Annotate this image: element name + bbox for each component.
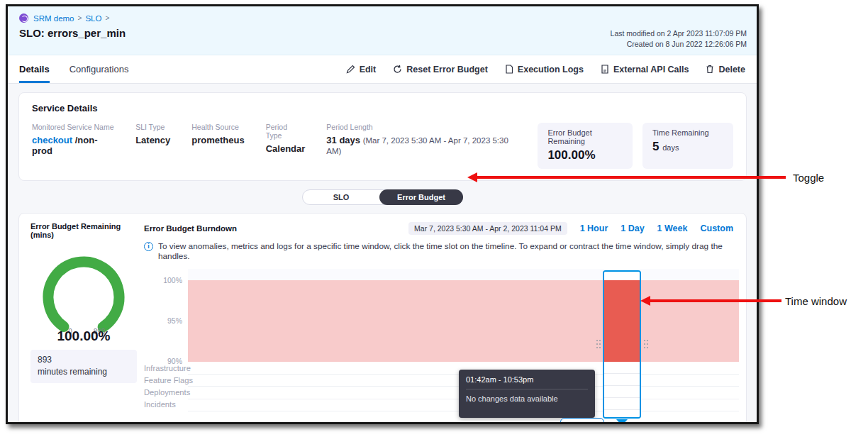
breadcrumb: SRM demo > SLO > xyxy=(19,13,745,23)
gauge-title: Error Budget Remaining (mins) xyxy=(30,222,138,239)
left-drag-handle[interactable] xyxy=(596,339,601,352)
toggle-option-slo[interactable]: SLO xyxy=(303,193,379,201)
timeline-tick[interactable]: Mar 9, 5:30 AM xyxy=(204,423,244,424)
external-api-calls-button[interactable]: External API Calls xyxy=(601,65,689,74)
stat-unit: days xyxy=(662,143,679,152)
view-toggle-row: SLO Error Budget xyxy=(18,181,747,213)
tooltip-time-range: 01:42am - 10:53pm xyxy=(466,375,588,389)
lane-label-infrastructure: Infrastructure xyxy=(144,364,191,372)
toggle-annotation: Toggle xyxy=(793,172,824,184)
created-text: Created on 8 Jun 2022 12:26:06 PM xyxy=(611,39,747,50)
changes-tooltip: 01:42am - 10:53pm No changes data availa… xyxy=(459,370,595,418)
field-label: Period Type xyxy=(266,123,306,140)
timeline-tick[interactable]: Mar 21, 5:30 AM xyxy=(466,423,506,424)
time-range-chip[interactable]: Mar 7, 2023 5:30 AM - Apr 2, 2023 11:04 … xyxy=(408,222,567,235)
last-modified-text: Last modified on 2 Apr 2023 11:07:09 PM xyxy=(611,28,747,39)
field-value: Calendar xyxy=(266,143,306,154)
error-budget-remaining-stat: Error Budget Remaining 100.00% xyxy=(538,123,633,169)
error-budget-gauge: 0 893 100.00% xyxy=(30,248,137,344)
stat-label: Error Budget Remaining xyxy=(547,128,623,145)
selection-lanes xyxy=(604,362,640,417)
execution-logs-label: Execution Logs xyxy=(518,65,584,74)
timeline-tick[interactable]: Mar 17, 5:30 AM xyxy=(379,423,418,424)
timeline-tick[interactable]: Mar 13, 5:30 AM xyxy=(291,423,331,424)
page-body: Service Details Monitored Service Name c… xyxy=(8,84,757,424)
service-details-card: Service Details Monitored Service Name c… xyxy=(18,92,747,181)
gauge-percent: 100.00% xyxy=(30,328,137,344)
stat-label: Time Remaining xyxy=(652,128,723,137)
timeline-tick[interactable]: Mar 11, 5:30 AM xyxy=(248,423,288,424)
stat-value: 100.00% xyxy=(547,148,623,162)
selection-top-gap xyxy=(604,272,640,280)
breadcrumb-separator: > xyxy=(78,14,82,22)
toggle-option-error-budget[interactable]: Error Budget xyxy=(379,189,463,205)
service-details-title: Service Details xyxy=(32,103,733,114)
error-budget-card: Error Budget Remaining (mins) 0 893 100.… xyxy=(18,213,747,424)
ytick-100: 100% xyxy=(144,276,182,284)
time-window-selection[interactable] xyxy=(603,270,641,419)
field-value: prometheus xyxy=(191,135,244,145)
field-label: Health Source xyxy=(191,123,244,131)
timeline-tick[interactable]: Mar 29, 5:30 AM xyxy=(640,423,679,424)
info-icon: i xyxy=(144,242,153,251)
page-header: SRM demo > SLO > SLO: errors_per_min Las… xyxy=(8,6,757,55)
lane-label-incidents: Incidents xyxy=(144,400,176,409)
time-window-callout-arrow xyxy=(650,299,781,302)
toggle-callout-arrow xyxy=(477,176,786,179)
monitored-service-link[interactable]: checkout xyxy=(32,135,72,145)
breadcrumb-separator: > xyxy=(105,14,109,22)
field-sli-type: SLI Type Latency xyxy=(135,123,170,145)
timeline-tick[interactable]: Mar 25, 5:30 AM xyxy=(553,423,593,424)
field-label: SLI Type xyxy=(135,123,170,131)
edit-button[interactable]: Edit xyxy=(346,65,377,74)
gauge-column: Error Budget Remaining (mins) 0 893 100.… xyxy=(30,222,138,424)
srm-module-icon xyxy=(19,13,28,23)
timeline-tick[interactable]: Mar 27, 5:30 AM xyxy=(596,423,636,424)
preset-1-hour[interactable]: 1 Hour xyxy=(580,223,608,233)
reset-error-budget-button[interactable]: Reset Error Budget xyxy=(393,65,488,74)
delete-button[interactable]: Delete xyxy=(706,65,745,74)
time-remaining-stat: Time Remaining 5 days xyxy=(642,123,733,169)
tab-configurations[interactable]: Configurations xyxy=(69,55,129,83)
selection-pointer xyxy=(616,419,628,424)
preset-custom[interactable]: Custom xyxy=(700,223,733,233)
timeline-tick[interactable]: Mar 15, 5:30 AM xyxy=(335,423,375,424)
period-length-value: 31 days xyxy=(326,135,360,145)
delete-label: Delete xyxy=(718,65,745,74)
execution-logs-button[interactable]: Execution Logs xyxy=(505,65,584,74)
selection-highlight xyxy=(604,280,640,362)
reset-button[interactable]: Reset xyxy=(527,421,552,425)
breadcrumb-srm-demo[interactable]: SRM demo xyxy=(33,14,74,23)
timeline-tick[interactable]: Mar 31, 5:30 AM xyxy=(684,423,723,424)
document-icon xyxy=(505,65,513,74)
lane-label-feature-flags: Feature Flags xyxy=(144,376,193,385)
timeline-tick[interactable]: Mar 19, 5:30 AM xyxy=(422,423,462,424)
reset-icon xyxy=(393,65,402,74)
pencil-icon xyxy=(346,65,355,74)
reset-error-budget-label: Reset Error Budget xyxy=(406,65,488,74)
external-api-calls-label: External API Calls xyxy=(613,65,689,74)
app-screenshot-frame: SRM demo > SLO > SLO: errors_per_min Las… xyxy=(6,4,759,424)
error-budget-band[interactable] xyxy=(188,280,739,362)
info-text: To view anomalies, metrics and logs for … xyxy=(158,241,736,261)
zoom-button[interactable]: Zoom xyxy=(560,418,603,424)
timeline-tick[interactable]: Mar 7, 5:30 AM xyxy=(161,423,201,424)
field-label: Period Length xyxy=(326,123,516,131)
preset-1-day[interactable]: 1 Day xyxy=(621,223,644,233)
timeline-tick[interactable]: Mar 23, 5:30 AM xyxy=(509,423,549,424)
field-value: Latency xyxy=(135,135,170,145)
trash-icon xyxy=(706,65,714,74)
burndown-column: Error Budget Burndown Mar 7, 2023 5:30 A… xyxy=(138,222,743,424)
breadcrumb-slo[interactable]: SLO xyxy=(85,14,101,23)
slo-error-budget-toggle: SLO Error Budget xyxy=(302,189,463,205)
field-period-length: Period Length 31 days (Mar 7, 2023 5:30 … xyxy=(326,123,516,156)
field-health-source: Health Source prometheus xyxy=(191,123,244,145)
tab-details[interactable]: Details xyxy=(19,55,50,83)
tooltip-message: No changes data available xyxy=(466,389,588,403)
right-drag-handle[interactable] xyxy=(643,339,649,352)
info-banner: i To view anomalies, metrics and logs fo… xyxy=(144,241,743,261)
preset-1-week[interactable]: 1 Week xyxy=(657,223,688,233)
ytick-95: 95% xyxy=(144,316,182,325)
document-lines-icon xyxy=(601,65,609,74)
toolbar: Edit Reset Error Budget Execution Logs E… xyxy=(346,65,745,74)
